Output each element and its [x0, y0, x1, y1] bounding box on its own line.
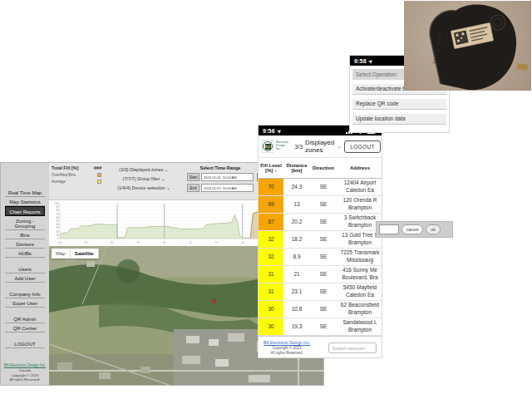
sidebar-nav: Real Time Map Map Statistics Chart Repor… [1, 163, 49, 385]
svg-text:100: 100 [55, 202, 59, 205]
end-label: End [187, 184, 200, 192]
company-logo: BA [262, 140, 273, 153]
sidebar-item-qr-admin[interactable]: QR Admin [5, 314, 46, 323]
table-row[interactable]: 32 18.2 SE 13 Gold Tree S Brampton [259, 230, 382, 248]
table-row[interactable]: 31 23.1 SE 5450 Mayfield Caledon Ea [259, 283, 382, 300]
distance-cell: 8.9 [283, 248, 310, 265]
direction-cell: SE [310, 248, 337, 265]
location-arrow-icon: ➤ [367, 57, 374, 65]
address-cell: 416 Sunny Me Boulevard, Bra [337, 265, 382, 283]
confirm-dialog-bar: cancel ok [376, 221, 453, 238]
table-row[interactable]: 32 8.9 SE 7225 Transmark Mississaug [259, 248, 382, 265]
address-cell: Sandalwood L Brampton [337, 318, 382, 335]
sidebar-item-qr-center[interactable]: QR Center [5, 323, 46, 332]
fill-level-cell: 70 [259, 178, 283, 195]
direction-cell: SE [310, 265, 337, 283]
displayed-zones-dropdown[interactable]: (3/3) Displayed zones ⌄ [104, 167, 184, 172]
direction-cell: SE [310, 178, 337, 195]
device-selection-dropdown[interactable]: (1/4/4) Device selection ⌄ [104, 185, 184, 190]
zones-table: Fill Level [%] ↓ Distance [km] Direction… [259, 158, 382, 336]
total-fill-value: ### [94, 165, 101, 170]
fill-stats-panel: Total Fill [%] ### Overfilled Bins Avera… [52, 165, 101, 186]
clock-time: 9:58 [354, 58, 367, 64]
address-cell: 7225 Transmark Mississaug [337, 248, 382, 265]
svg-text:05: 05 [111, 241, 114, 244]
fill-level-cell: 32 [259, 230, 283, 248]
group-filter-dropdown[interactable]: (7/7/7) Group filter ⌄ [104, 176, 184, 181]
fill-level-cell: 69 [259, 195, 283, 213]
sidebar-item-super-user[interactable]: Super User [5, 298, 46, 308]
sidebar-item-users[interactable]: Users [5, 264, 46, 273]
svg-text:03: 03 [85, 241, 88, 244]
chevron-down-icon[interactable]: ⌄ [337, 143, 342, 150]
svg-text:40: 40 [56, 223, 59, 226]
company-link[interactable]: BA Electronic Design Inc. [264, 340, 310, 346]
location-arrow-icon: ➤ [275, 127, 283, 135]
bin-sensor-photo: BIN e-SENSOR [404, 1, 531, 91]
direction-cell: SE [310, 300, 337, 318]
sidebar-item-add-user[interactable]: Add User [5, 273, 46, 283]
sidebar-item-logout[interactable]: LOGOUT [5, 339, 46, 348]
svg-text:60: 60 [56, 216, 59, 219]
col-direction[interactable]: Direction [310, 158, 337, 178]
svg-text:80: 80 [56, 209, 59, 212]
footer-rights: All rights Reserved. [264, 351, 310, 356]
distance-cell: 19.3 [283, 318, 310, 335]
footer-rights: All rights Reserved. [1, 377, 49, 382]
sidebar-item-chart-reports[interactable]: Chart Reports [5, 206, 46, 216]
sidebar-item-devices[interactable]: Devices [5, 239, 46, 249]
bin-sensor-device: BIN e-SENSOR [404, 1, 531, 91]
svg-text:13: 13 [215, 241, 219, 244]
col-fill-level[interactable]: Fill Level [%] ↓ [259, 158, 283, 178]
direction-cell: SE [310, 318, 337, 335]
col-address[interactable]: Address [337, 158, 382, 178]
svg-text:15: 15 [241, 241, 244, 244]
logo-monogram: BA [265, 144, 271, 150]
satellite-view-button[interactable]: Satellite [71, 249, 99, 259]
start-datetime-input[interactable]: 2024-01-01, 10:04 AM [201, 173, 254, 181]
svg-text:10: 10 [56, 234, 59, 237]
table-row[interactable]: 31 21 SE 416 Sunny Me Boulevard, Bra [259, 265, 382, 283]
distance-cell: 20.2 [283, 213, 310, 230]
distance-cell: 24.3 [283, 178, 310, 195]
sidebar-item-bins[interactable]: Bins [5, 230, 46, 239]
table-row[interactable]: 69 13 SE 120 Orenda R Brampton [259, 195, 382, 213]
sidebar-item-hubs[interactable]: HUBs [5, 249, 46, 258]
svg-text:90: 90 [56, 205, 59, 209]
dialog-text-input[interactable] [379, 224, 399, 234]
table-row[interactable]: 30 10.8 SE 62 Beaconsfield Brampton [259, 300, 382, 318]
menu-item-replace-qr-code[interactable]: Replace QR code [352, 99, 446, 110]
col-distance[interactable]: Distance [km] [283, 158, 310, 178]
svg-text:30: 30 [56, 226, 59, 229]
logout-button[interactable]: LOGOUT [344, 140, 381, 153]
ok-button[interactable]: ok [426, 224, 440, 234]
zones-count: 3/3 [294, 144, 303, 150]
svg-text:Jan: Jan [58, 241, 62, 244]
zones-dropdown-label[interactable]: Displayed zones [305, 139, 334, 154]
sidebar-item-company-info[interactable]: Company Info [5, 289, 46, 298]
map-type-toggle: Map Satellite [52, 249, 99, 259]
distance-cell: 18.2 [283, 230, 310, 248]
screenshot-canvas: Real Time Map Map Statistics Chart Repor… [0, 0, 532, 399]
address-cell: 62 Beaconsfield Brampton [337, 300, 382, 318]
table-row[interactable]: 30 19.3 SE Sandalwood L Brampton [259, 318, 382, 335]
sidebar-item-real-time-map[interactable]: Real Time Map [5, 188, 46, 197]
sidebar-item-zoning-grouping[interactable]: Zoning - Grouping [5, 216, 46, 230]
displayed-zones-dropdown-label: (3/3) Displayed zones [119, 167, 163, 172]
sidebar-item-map-statistics[interactable]: Map Statistics [5, 197, 46, 206]
address-cell: 5450 Mayfield Caledon Ea [337, 283, 382, 300]
bin-location-marker[interactable] [212, 299, 216, 303]
distance-cell: 10.8 [283, 300, 310, 318]
direction-cell: SE [310, 213, 337, 230]
chevron-down-icon: ⌄ [165, 167, 169, 172]
table-row[interactable]: 70 24.3 SE 12404 Airport Caledon Ea [259, 178, 382, 195]
search-detector-input[interactable] [328, 342, 377, 353]
svg-text:0: 0 [57, 237, 59, 240]
cancel-button[interactable]: cancel [401, 224, 423, 234]
menu-item-update-location-data[interactable]: Update location data [352, 114, 446, 125]
end-datetime-input[interactable]: 2024-01-07, 10:04 AM [201, 184, 254, 192]
direction-cell: SE [310, 230, 337, 248]
average-fill-label: Average [52, 180, 66, 184]
map-view-button[interactable]: Map [52, 249, 71, 259]
table-row[interactable]: 67 20.2 SE 3 Switchback Brampton [259, 213, 382, 230]
